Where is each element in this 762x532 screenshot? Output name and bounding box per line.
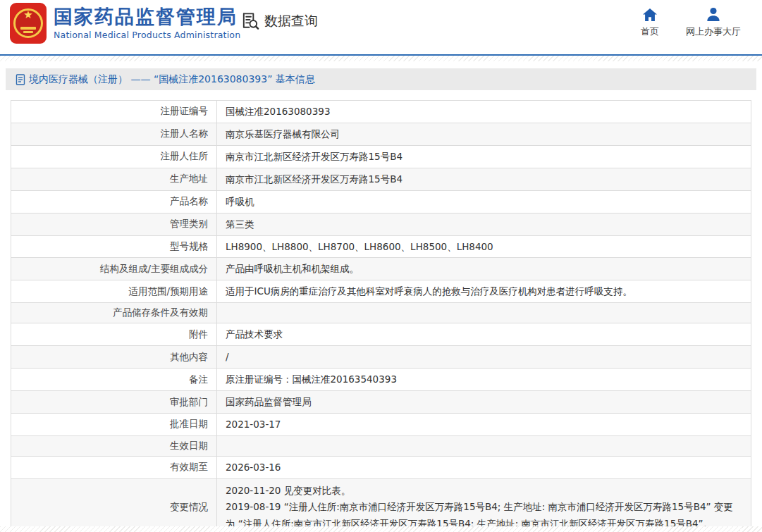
emblem-gate-icon bbox=[20, 27, 36, 30]
breadcrumb: 境内医疗器械（注册） —— “国械注准20163080393” 基本信息 bbox=[6, 68, 756, 90]
table-row: 其他内容/ bbox=[11, 346, 751, 369]
nav-home-label: 首页 bbox=[632, 25, 668, 38]
emblem-star-icon: ★ bbox=[23, 10, 32, 20]
row-label: 附件 bbox=[11, 323, 217, 346]
row-label: 注册人住所 bbox=[11, 145, 217, 168]
row-value: 南京市江北新区经济开发区万寿路15号B4 bbox=[217, 145, 751, 168]
nmpa-logo-block[interactable]: ★ 国家药品监督管理局 National Medical Products Ad… bbox=[10, 3, 240, 44]
row-label: 产品储存条件及有效期 bbox=[11, 303, 217, 323]
table-row: 结构及组成/主要组成成分产品由呼吸机主机和机架组成。 bbox=[11, 258, 751, 280]
registration-info-table: 注册证编号国械注准20163080393注册人名称南京乐基医疗器械有限公司注册人… bbox=[11, 100, 751, 532]
row-value: LH8900、LH8800、LH8700、LH8600、LH8500、LH840… bbox=[217, 235, 751, 258]
emblem-circle: ★ bbox=[13, 8, 43, 38]
row-value: 南京市江北新区经济开发区万寿路15号B4 bbox=[217, 168, 751, 190]
data-query-label: 数据查询 bbox=[264, 12, 318, 30]
table-row: 产品储存条件及有效期 bbox=[11, 303, 751, 323]
table-row: 产品名称呼吸机 bbox=[11, 190, 751, 213]
row-value bbox=[217, 435, 751, 456]
row-value bbox=[217, 303, 751, 323]
org-name-en: National Medical Products Administration bbox=[54, 30, 240, 40]
row-label: 管理类别 bbox=[11, 213, 217, 235]
nav-item-service-hall[interactable]: 网上办事大厅 bbox=[678, 6, 749, 38]
document-icon bbox=[16, 74, 25, 85]
home-icon bbox=[632, 6, 668, 22]
row-label: 其他内容 bbox=[11, 346, 217, 369]
row-label: 产品名称 bbox=[11, 190, 217, 213]
row-value: 国家药品监督管理局 bbox=[217, 391, 751, 414]
table-row: 适用范围/预期用途适用于ICU病房的重症治疗及其他科室对呼衰病人的抢救与治疗及医… bbox=[11, 280, 751, 303]
table-row: 附件产品技术要求 bbox=[11, 323, 751, 346]
table-row: 型号规格LH8900、LH8800、LH8700、LH8600、LH8500、L… bbox=[11, 235, 751, 258]
row-label: 适用范围/预期用途 bbox=[11, 280, 217, 303]
org-title-block: 国家药品监督管理局 National Medical Products Admi… bbox=[54, 6, 240, 40]
nav-item-home[interactable]: 首页 bbox=[632, 6, 668, 38]
row-value: / bbox=[217, 346, 751, 369]
row-label: 备注 bbox=[11, 369, 217, 391]
table-row: 批准日期2021-03-17 bbox=[11, 413, 751, 435]
row-value: 产品技术要求 bbox=[217, 323, 751, 346]
row-value: 南京乐基医疗器械有限公司 bbox=[217, 123, 751, 145]
row-label: 变更情况 bbox=[11, 478, 217, 532]
user-icon bbox=[678, 6, 749, 22]
data-query-nav[interactable]: 数据查询 bbox=[240, 11, 318, 30]
row-value: 国械注准20163080393 bbox=[217, 101, 751, 123]
row-label: 注册证编号 bbox=[11, 101, 217, 123]
header-stripe-divider bbox=[0, 56, 762, 61]
row-value: 第三类 bbox=[217, 213, 751, 235]
table-row: 生产地址南京市江北新区经济开发区万寿路15号B4 bbox=[11, 168, 751, 190]
row-label: 型号规格 bbox=[11, 235, 217, 258]
row-label: 审批部门 bbox=[11, 391, 217, 414]
table-row: 管理类别第三类 bbox=[11, 213, 751, 235]
table-row: 生效日期 bbox=[11, 435, 751, 456]
national-emblem-logo-icon: ★ bbox=[10, 3, 47, 44]
footer-stripe-divider bbox=[0, 526, 762, 532]
row-label: 结构及组成/主要组成成分 bbox=[11, 258, 217, 280]
row-value: 2021-03-17 bbox=[217, 413, 751, 435]
table-row: 注册人名称南京乐基医疗器械有限公司 bbox=[11, 123, 751, 145]
row-value: 产品由呼吸机主机和机架组成。 bbox=[217, 258, 751, 280]
info-table-body: 注册证编号国械注准20163080393注册人名称南京乐基医疗器械有限公司注册人… bbox=[11, 101, 751, 532]
row-value: 2020-11-20 见变更对比表。2019-08-19 “注册人住所:南京市浦… bbox=[217, 478, 751, 532]
table-row: 注册人住所南京市江北新区经济开发区万寿路15号B4 bbox=[11, 145, 751, 168]
table-row: 备注原注册证编号：国械注准20163540393 bbox=[11, 369, 751, 391]
row-label: 有效期至 bbox=[11, 456, 217, 478]
row-label: 生效日期 bbox=[11, 435, 217, 456]
row-value: 2026-03-16 bbox=[217, 456, 751, 478]
data-query-icon bbox=[240, 11, 259, 30]
row-label: 注册人名称 bbox=[11, 123, 217, 145]
row-value: 适用于ICU病房的重症治疗及其他科室对呼衰病人的抢救与治疗及医疗机构对患者进行呼… bbox=[217, 280, 751, 303]
site-header: ★ 国家药品监督管理局 National Medical Products Ad… bbox=[0, 0, 762, 56]
nav-hall-label: 网上办事大厅 bbox=[678, 25, 749, 38]
row-value: 呼吸机 bbox=[217, 190, 751, 213]
page-title: 境内医疗器械（注册） —— “国械注准20163080393” 基本信息 bbox=[29, 73, 315, 86]
table-row: 审批部门国家药品监督管理局 bbox=[11, 391, 751, 414]
row-value: 原注册证编号：国械注准20163540393 bbox=[217, 369, 751, 391]
org-name-cn: 国家药品监督管理局 bbox=[54, 6, 240, 27]
row-label: 生产地址 bbox=[11, 168, 217, 190]
table-row: 注册证编号国械注准20163080393 bbox=[11, 101, 751, 123]
table-row: 变更情况2020-11-20 见变更对比表。2019-08-19 “注册人住所:… bbox=[11, 478, 751, 532]
emblem-gate-base bbox=[23, 31, 33, 33]
table-row: 有效期至2026-03-16 bbox=[11, 456, 751, 478]
row-label: 批准日期 bbox=[11, 413, 217, 435]
